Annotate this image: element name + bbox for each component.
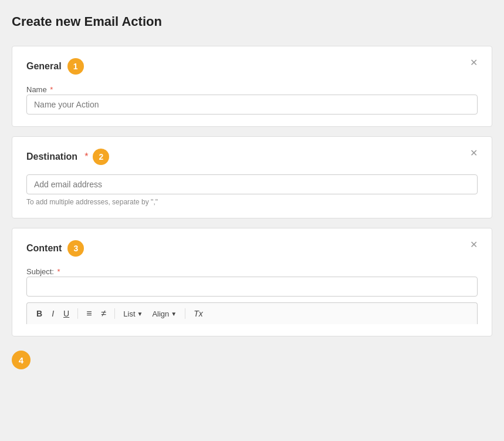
- destination-section-header: Destination * 2: [26, 149, 478, 165]
- editor-toolbar: B I U ≡ ≠ List ▼ Align ▼ Tx: [26, 302, 478, 324]
- email-field-group: To add multiple addresses, separate by "…: [26, 174, 478, 206]
- general-section-title: General: [26, 61, 62, 72]
- list-chevron-icon: ▼: [137, 311, 143, 317]
- align-chevron-icon: ▼: [171, 311, 177, 317]
- subject-required-star: *: [57, 267, 60, 276]
- list-dropdown-button[interactable]: List ▼: [120, 308, 146, 320]
- content-section-title: Content: [26, 243, 62, 254]
- subject-input[interactable]: [26, 277, 478, 297]
- step-3-badge: 3: [67, 240, 84, 257]
- step-4-badge: 4: [12, 351, 31, 369]
- toolbar-divider-1: [77, 308, 78, 319]
- name-label: Name *: [26, 85, 53, 94]
- toolbar-divider-3: [185, 308, 185, 319]
- content-section-header: Content 3: [26, 240, 478, 257]
- step-1-badge: 1: [67, 58, 84, 75]
- align-left-button[interactable]: ≡: [83, 307, 95, 321]
- name-input[interactable]: [26, 95, 478, 115]
- align-right-button[interactable]: ≠: [97, 307, 110, 321]
- italic-button[interactable]: I: [48, 307, 57, 320]
- subject-field-group: Subject: *: [26, 266, 478, 302]
- destination-section: Destination * 2 ✕ To add multiple addres…: [12, 136, 492, 218]
- page-title: Create new Email Action: [12, 9, 492, 34]
- destination-required-star: *: [84, 152, 88, 162]
- general-close-button[interactable]: ✕: [466, 57, 481, 69]
- bold-button[interactable]: B: [33, 307, 46, 320]
- destination-close-button[interactable]: ✕: [466, 147, 481, 159]
- toolbar-divider-2: [114, 308, 115, 319]
- underline-button[interactable]: U: [60, 307, 73, 320]
- subject-label: Subject: *: [26, 267, 60, 276]
- step-4-container: 4: [12, 346, 492, 369]
- general-section-header: General 1: [26, 58, 478, 75]
- name-required-star: *: [48, 85, 53, 94]
- destination-section-title: Destination: [26, 152, 77, 162]
- page-container: Create new Email Action General 1 ✕ Name…: [0, 0, 504, 441]
- content-section: Content 3 ✕ Subject: * B I U ≡ ≠: [12, 228, 492, 336]
- align-dropdown-button[interactable]: Align ▼: [148, 308, 180, 320]
- step-2-badge: 2: [93, 149, 109, 165]
- email-input[interactable]: [26, 174, 478, 194]
- content-close-button[interactable]: ✕: [466, 239, 481, 251]
- eraser-button[interactable]: Tx: [190, 307, 207, 320]
- general-section: General 1 ✕ Name *: [12, 46, 492, 127]
- name-field-group: Name *: [26, 84, 478, 115]
- email-helper-text: To add multiple addresses, separate by "…: [26, 198, 478, 206]
